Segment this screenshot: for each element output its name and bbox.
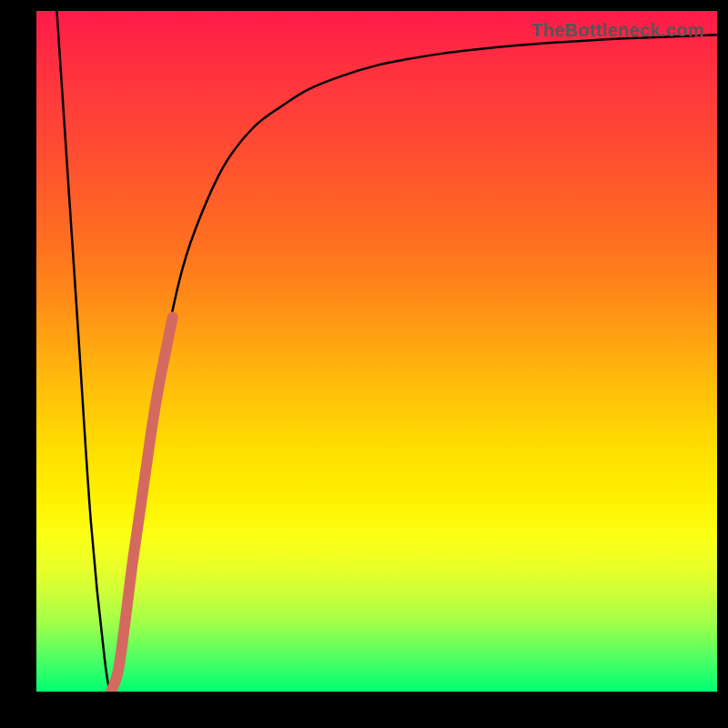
watermark-text: TheBottleneck.com [531, 20, 704, 41]
plot-area: TheBottleneck.com [36, 11, 717, 692]
chart-container: TheBottleneck.com [0, 0, 728, 728]
highlight-segment [111, 318, 172, 692]
chart-svg [36, 11, 717, 692]
bottleneck-curve [56, 11, 717, 692]
